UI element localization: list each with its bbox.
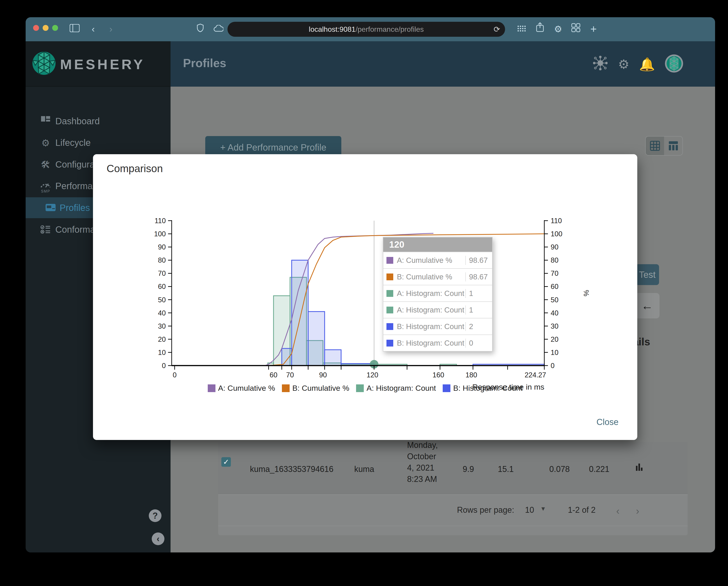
tooltip-swatch xyxy=(386,290,393,297)
previous-page-button[interactable]: ‹ xyxy=(616,505,620,516)
profiles-table-card: ✓ kuma_1633353794616 kuma Monday, Octobe… xyxy=(218,442,687,535)
y-axis-right-label: % xyxy=(582,290,590,296)
svg-text:70: 70 xyxy=(286,371,294,379)
profiles-icon xyxy=(45,202,56,214)
test-button[interactable]: Test xyxy=(635,264,659,285)
zoom-window-button[interactable] xyxy=(52,25,58,31)
user-avatar[interactable] xyxy=(665,54,682,71)
configuration-icon: 🛠 xyxy=(40,159,51,171)
rows-per-page-select[interactable]: 10 xyxy=(525,505,534,515)
settings-gear-icon[interactable]: ⚙ xyxy=(551,22,565,36)
appbar: Profiles ⚙ 🔔 xyxy=(171,41,715,87)
row-chart-icon[interactable] xyxy=(635,462,643,474)
svg-text:20: 20 xyxy=(158,336,166,343)
svg-text:0: 0 xyxy=(551,362,554,370)
performance-smp-icon: SMP xyxy=(40,181,51,192)
reload-icon[interactable]: ⟳ xyxy=(494,22,500,37)
svg-text:50: 50 xyxy=(158,296,166,304)
url-bar[interactable]: localhost:9081/performance/profiles ⟳ xyxy=(228,22,505,37)
cell-qps: 9.9 xyxy=(463,464,474,474)
svg-text:20: 20 xyxy=(551,336,558,343)
new-tab-button[interactable]: + xyxy=(587,22,600,36)
back-button[interactable]: ‹ xyxy=(86,22,100,36)
tooltip-rows: A: Cumulative %98.67B: Cumulative %98.67… xyxy=(383,252,492,351)
notifications-bell-icon[interactable]: 🔔 xyxy=(639,56,656,73)
svg-text:60: 60 xyxy=(270,371,277,379)
legend-swatch xyxy=(356,384,364,392)
shield-icon[interactable] xyxy=(193,22,207,36)
next-page-button[interactable]: › xyxy=(636,505,639,516)
select-caret-icon[interactable]: ▼ xyxy=(540,505,546,512)
table-row[interactable]: ✓ kuma_1633353794616 kuma Monday, Octobe… xyxy=(218,442,687,495)
tooltip-series-label: A: Cumulative % xyxy=(397,256,465,265)
minimize-window-button[interactable] xyxy=(43,25,49,31)
svg-text:0: 0 xyxy=(162,362,166,370)
tooltip-swatch xyxy=(386,257,393,264)
tooltip-swatch xyxy=(386,273,393,280)
row-checkbox[interactable]: ✓ xyxy=(222,457,231,467)
close-window-button[interactable] xyxy=(33,25,39,31)
tooltip-row: A: Cumulative %98.67 xyxy=(383,252,492,268)
cell-p99: 0.221 xyxy=(589,464,609,474)
url-host: localhost:9081 xyxy=(309,25,356,33)
svg-text:70: 70 xyxy=(551,269,558,277)
dashboard-icon xyxy=(40,116,51,128)
legend-label: A: Cumulative % xyxy=(218,384,275,393)
help-button[interactable]: ? xyxy=(149,509,161,522)
tooltip-value: 1 xyxy=(465,289,492,298)
table-view-button[interactable] xyxy=(664,136,682,155)
tooltip-series-label: B: Histogram: Count xyxy=(397,339,465,347)
sidebar-item-lifecycle[interactable]: ⚙ Lifecycle xyxy=(26,132,171,153)
sidebar-item-label: Profiles xyxy=(60,203,90,213)
close-button[interactable]: Close xyxy=(596,417,619,427)
sidebar-toggle-icon[interactable] xyxy=(68,22,81,36)
tooltip-value: 98.67 xyxy=(465,273,492,281)
histogram-bar xyxy=(308,312,325,366)
legend-label: B: Cumulative % xyxy=(292,384,349,393)
pagination: Rows per page: 10 ▼ 1-2 of 2 ‹ › xyxy=(218,495,687,526)
tooltip-value: 98.67 xyxy=(465,256,492,265)
share-icon[interactable] xyxy=(533,22,547,36)
svg-text:30: 30 xyxy=(551,322,558,330)
grid-view-button[interactable] xyxy=(646,136,664,155)
tooltip-series-label: A: Histogram: Count xyxy=(397,306,465,314)
legend-swatch xyxy=(443,384,450,392)
screen: ‹ › localhost:9081/performance/profiles … xyxy=(0,0,728,586)
settings-icon[interactable]: ⚙ xyxy=(615,56,632,73)
legend-item[interactable]: A: Cumulative % xyxy=(208,384,275,393)
legend-item[interactable]: B: Histogram: Count xyxy=(443,384,522,393)
browser-window: ‹ › localhost:9081/performance/profiles … xyxy=(26,17,715,553)
legend-item[interactable]: B: Cumulative % xyxy=(282,384,349,393)
back-arrow-card[interactable]: ← xyxy=(635,293,659,318)
svg-text:30: 30 xyxy=(158,322,166,330)
tooltip-swatch xyxy=(386,323,393,330)
forward-button[interactable]: › xyxy=(104,22,118,36)
tooltip-title: 120 xyxy=(383,237,492,252)
divider xyxy=(218,526,687,526)
svg-text:0: 0 xyxy=(173,371,177,379)
legend-item[interactable]: A: Histogram: Count xyxy=(356,384,436,393)
brand-header[interactable]: MESHERY xyxy=(26,41,171,87)
cell-p50: 0.078 xyxy=(549,464,570,474)
cloud-icon[interactable] xyxy=(212,22,225,36)
sidebar-item-label: Dashboard xyxy=(55,116,100,126)
tab-overview-icon[interactable] xyxy=(569,22,582,36)
svg-text:90: 90 xyxy=(319,371,327,379)
browser-chrome: ‹ › localhost:9081/performance/profiles … xyxy=(26,17,715,41)
service-mesh-adapters-icon[interactable] xyxy=(592,56,609,73)
collapse-sidebar-button[interactable]: ‹ xyxy=(152,532,164,545)
tooltip-row: B: Histogram: Count2 xyxy=(383,318,492,335)
tooltip-swatch xyxy=(386,340,393,347)
tooltip-series-label: B: Histogram: Count xyxy=(397,322,465,331)
chart-wrap: 0010102020303040405050606070708080909010… xyxy=(93,154,637,440)
tooltip-row: A: Histogram: Count1 xyxy=(383,301,492,318)
cell-duration: 15.1 xyxy=(498,464,514,474)
chart-tooltip: 120 A: Cumulative %98.67B: Cumulative %9… xyxy=(383,237,493,351)
tooltip-series-label: B: Cumulative % xyxy=(397,273,465,281)
sidebar-item-dashboard[interactable]: Dashboard xyxy=(26,111,171,132)
comparison-chart[interactable]: 0010102020303040405050606070708080909010… xyxy=(93,154,637,440)
tab-groups-icon[interactable] xyxy=(515,22,528,36)
svg-text:80: 80 xyxy=(551,256,558,264)
svg-text:110: 110 xyxy=(551,217,562,225)
svg-text:10: 10 xyxy=(551,349,558,356)
